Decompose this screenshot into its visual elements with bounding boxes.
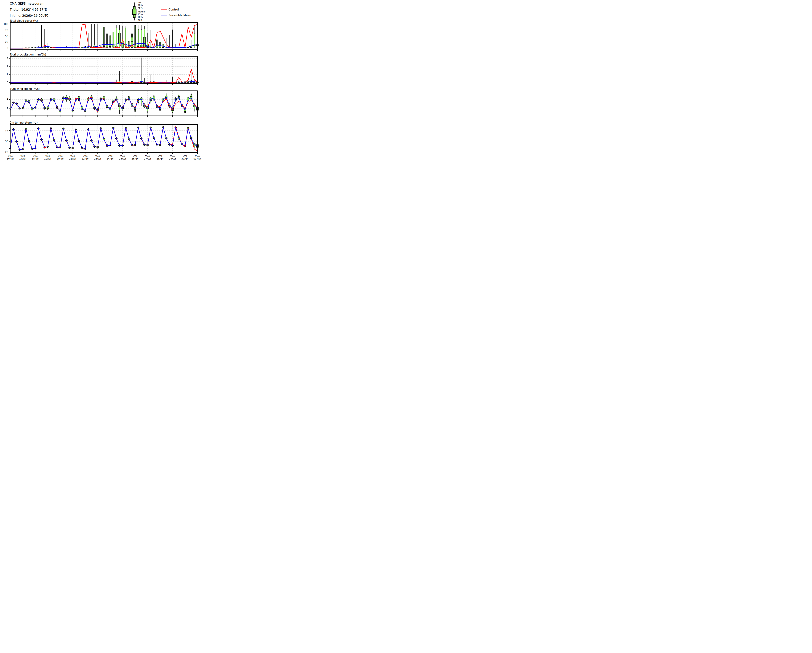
y-tick-label: 0	[6, 81, 8, 84]
y-tick-label: 2	[6, 65, 8, 68]
box-25-75	[140, 45, 142, 47]
meteogram-canvas: 025507510001232425303500Z16Apr00Z17Apr00…	[0, 0, 203, 163]
box-25-75	[119, 33, 121, 43]
x-label-day: 19Apr	[44, 157, 51, 160]
x-label-hour: 00Z	[170, 154, 175, 157]
x-label-day: 01May	[194, 157, 201, 160]
box-25-75	[137, 45, 139, 47]
x-label-hour: 00Z	[8, 154, 13, 157]
x-label-day: 20Apr	[57, 157, 64, 160]
legend-box-label: 10%	[137, 16, 143, 18]
ensemble-mean-line	[10, 127, 197, 150]
box-10-90	[134, 25, 136, 48]
x-label-hour: 00Z	[121, 154, 125, 157]
x-label-day: 28Apr	[156, 157, 164, 160]
ensemble-mean-line	[10, 81, 197, 83]
x-label-hour: 00Z	[45, 154, 50, 157]
box-10-90	[138, 29, 139, 47]
y-tick-label: 50	[5, 35, 8, 38]
y-tick-label: 3	[6, 57, 8, 60]
y-tick-label: 0	[6, 47, 8, 49]
x-label-day: 26Apr	[131, 157, 139, 160]
y-tick-label: 2	[6, 107, 8, 110]
box-10-90	[116, 28, 117, 48]
y-tick-label: 35	[5, 129, 8, 132]
x-label-day: 16Apr	[7, 157, 14, 160]
x-label-day: 24Apr	[107, 157, 114, 160]
control-line	[10, 69, 197, 83]
x-label-day: 18Apr	[32, 157, 39, 160]
x-label-hour: 00Z	[108, 154, 112, 157]
legend-box-label: max	[137, 1, 143, 4]
x-label-hour: 00Z	[83, 154, 87, 157]
panel-frame	[10, 91, 197, 115]
x-label-hour: 00Z	[95, 154, 100, 157]
box-10-90	[125, 28, 127, 48]
x-label-hour: 00Z	[58, 154, 63, 157]
x-label-day: 22Apr	[82, 157, 89, 160]
y-tick-label: 25	[5, 151, 8, 153]
x-label-day: 17Apr	[19, 157, 26, 160]
x-label-hour: 00Z	[195, 154, 200, 157]
x-label-hour: 00Z	[33, 154, 38, 157]
x-label-hour: 00Z	[70, 154, 75, 157]
legend-box-label: 90%	[137, 4, 143, 6]
x-label-day: 30Apr	[182, 157, 189, 160]
x-label-day: 29Apr	[169, 157, 176, 160]
y-tick-label: 30	[5, 140, 8, 143]
panel-frame	[10, 57, 197, 83]
x-label-hour: 00Z	[20, 154, 25, 157]
legend-box-label: 75%	[137, 6, 143, 9]
y-tick-label: 100	[3, 23, 8, 25]
y-tick-label: 75	[5, 29, 8, 32]
x-label-day: 27Apr	[144, 157, 151, 160]
legend-box-label: min	[137, 18, 142, 21]
x-label-day: 23Apr	[94, 157, 101, 160]
meteogram-figure: CMA-GEPS meteogram Thaton 16.92°N 97.37°…	[0, 0, 203, 163]
x-label-hour: 00Z	[158, 154, 162, 157]
y-tick-label: 1	[6, 73, 8, 76]
x-label-day: 25Apr	[119, 157, 127, 160]
box-25-75	[143, 37, 145, 47]
legend-box-label: 25%	[137, 13, 143, 16]
box-25-75	[106, 45, 108, 47]
box-25-75	[112, 45, 114, 47]
x-label-hour: 00Z	[183, 154, 187, 157]
legend-box-label: median	[137, 10, 146, 13]
y-tick-label: 25	[5, 41, 8, 43]
y-tick-label: 4	[6, 98, 8, 101]
x-label-day: 21Apr	[69, 157, 76, 160]
x-label-hour: 00Z	[145, 154, 150, 157]
x-label-hour: 00Z	[133, 154, 137, 157]
